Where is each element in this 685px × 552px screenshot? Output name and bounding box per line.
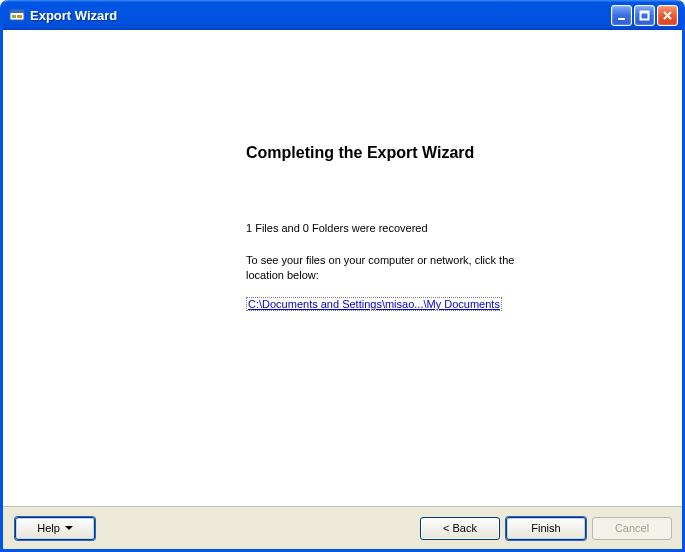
minimize-button[interactable] xyxy=(611,5,632,26)
instruction-text: To see your files on your computer or ne… xyxy=(246,253,546,283)
footer-bar: Help < Back Finish Cancel xyxy=(3,507,682,549)
client-area: Completing the Export Wizard 1 Files and… xyxy=(3,30,682,549)
svg-rect-2 xyxy=(12,15,16,18)
titlebar[interactable]: Export Wizard xyxy=(3,0,682,30)
app-icon xyxy=(9,7,25,23)
back-button[interactable]: < Back xyxy=(420,517,500,540)
dropdown-caret-icon xyxy=(65,526,73,530)
help-button[interactable]: Help xyxy=(15,517,95,540)
wizard-page: Completing the Export Wizard 1 Files and… xyxy=(3,30,682,507)
svg-rect-3 xyxy=(17,15,22,18)
help-button-label: Help xyxy=(37,522,60,534)
maximize-button[interactable] xyxy=(634,5,655,26)
svg-rect-1 xyxy=(10,10,24,13)
window-title: Export Wizard xyxy=(30,8,117,23)
cancel-button: Cancel xyxy=(592,517,672,540)
finish-button[interactable]: Finish xyxy=(506,517,586,540)
output-path-link[interactable]: C:\Documents and Settings\misao...\My Do… xyxy=(246,297,502,311)
recovery-summary: 1 Files and 0 Folders were recovered xyxy=(246,222,428,234)
export-wizard-window: Export Wizard Completing the Export Wiza… xyxy=(0,0,685,552)
page-heading: Completing the Export Wizard xyxy=(246,144,474,162)
close-button[interactable] xyxy=(657,5,678,26)
